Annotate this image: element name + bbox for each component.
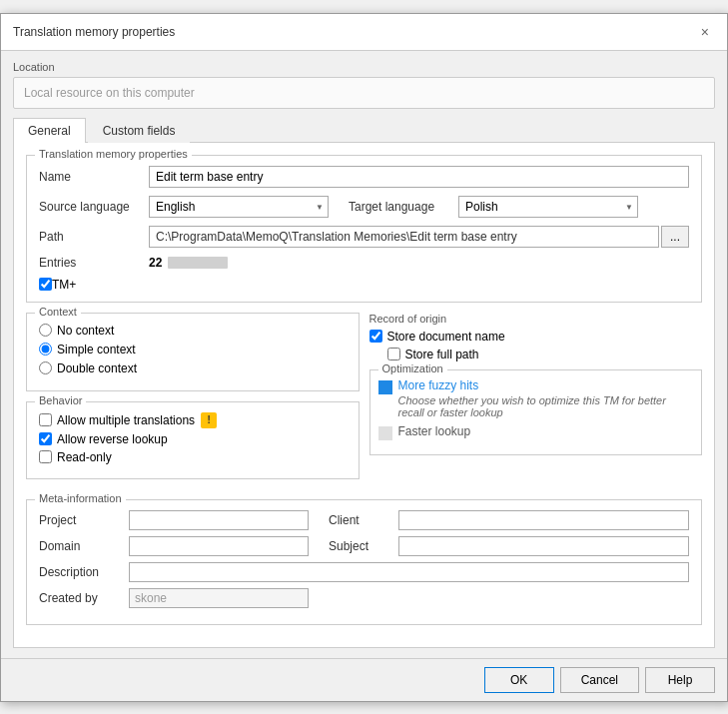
- dialog-footer: OK Cancel Help: [1, 658, 727, 701]
- description-row: Description: [39, 562, 689, 582]
- faster-lookup-label: Faster lookup: [398, 424, 471, 438]
- tab-general[interactable]: General: [13, 118, 86, 143]
- simple-context-row: Simple context: [39, 343, 347, 357]
- entries-row: Entries 22: [39, 256, 689, 270]
- created-by-input[interactable]: [129, 588, 309, 608]
- allow-multiple-label: Allow multiple translations: [57, 413, 195, 427]
- context-title: Context: [35, 306, 81, 318]
- optimization-section: Optimization More fuzzy hits Choose whet…: [369, 369, 703, 455]
- dialog-window: Translation memory properties × Location…: [0, 13, 728, 702]
- more-fuzzy-desc: Choose whether you wish to optimize this…: [398, 394, 694, 418]
- store-doc-row: Store document name: [369, 330, 703, 344]
- double-context-row: Double context: [39, 361, 347, 375]
- more-fuzzy-indicator: [378, 380, 392, 394]
- target-lang-select[interactable]: Polish: [458, 196, 638, 218]
- more-fuzzy-content: More fuzzy hits Choose whether you wish …: [398, 378, 694, 418]
- entries-label: Entries: [39, 256, 149, 270]
- no-context-row: No context: [39, 324, 347, 338]
- allow-multiple-row: Allow multiple translations !: [39, 412, 347, 428]
- double-context-radio[interactable]: [39, 361, 52, 374]
- cancel-button[interactable]: Cancel: [560, 667, 639, 693]
- store-full-checkbox[interactable]: [387, 348, 400, 360]
- project-label: Project: [39, 513, 129, 527]
- tm-properties-group: Translation memory properties Name Sourc…: [26, 155, 702, 303]
- path-input[interactable]: [149, 226, 659, 248]
- client-input[interactable]: [398, 510, 689, 530]
- domain-input[interactable]: [129, 536, 309, 556]
- tm-properties-title: Translation memory properties: [35, 148, 192, 160]
- two-col-section: Context No context Simple context Double…: [26, 313, 702, 489]
- ok-button[interactable]: OK: [484, 667, 554, 693]
- store-full-label: Store full path: [405, 348, 479, 361]
- allow-reverse-label: Allow reverse lookup: [57, 432, 168, 446]
- path-row: Path ...: [39, 226, 689, 248]
- optimization-title: Optimization: [378, 362, 447, 374]
- tm-plus-label: TM+: [52, 278, 76, 292]
- context-group: Context No context Simple context Double…: [26, 313, 360, 391]
- simple-context-radio[interactable]: [39, 343, 52, 356]
- subject-input[interactable]: [398, 536, 689, 556]
- meta-info-section: Meta-information Project Client Domain S…: [26, 499, 702, 625]
- read-only-label: Read-only: [57, 450, 112, 464]
- record-title: Record of origin: [369, 313, 703, 325]
- allow-reverse-row: Allow reverse lookup: [39, 432, 347, 446]
- source-lang-select[interactable]: English: [149, 196, 329, 218]
- meta-info-title: Meta-information: [35, 492, 126, 504]
- source-lang-label: Source language: [39, 200, 149, 214]
- store-doc-checkbox[interactable]: [369, 330, 382, 343]
- created-by-row: Created by: [39, 588, 689, 608]
- behavior-group: Behavior Allow multiple translations ! A…: [26, 401, 360, 479]
- entries-value: 22: [149, 256, 162, 270]
- name-label: Name: [39, 170, 149, 184]
- subject-label: Subject: [329, 539, 398, 553]
- source-lang-wrapper: English: [149, 196, 329, 218]
- domain-subject-row: Domain Subject: [39, 536, 689, 556]
- faster-lookup-indicator: [378, 426, 392, 440]
- left-column: Context No context Simple context Double…: [26, 313, 360, 489]
- client-label: Client: [329, 513, 398, 527]
- dialog-title: Translation memory properties: [13, 25, 175, 39]
- location-label: Location: [13, 61, 715, 73]
- created-by-label: Created by: [39, 591, 129, 605]
- close-button[interactable]: ×: [695, 22, 715, 42]
- tabs-container: General Custom fields: [13, 117, 715, 143]
- project-input[interactable]: [129, 510, 309, 530]
- project-client-row: Project Client: [39, 510, 689, 530]
- read-only-row: Read-only: [39, 450, 347, 464]
- no-context-radio[interactable]: [39, 324, 52, 337]
- faster-lookup-item: Faster lookup: [378, 424, 694, 440]
- right-column: Record of origin Store document name Sto…: [369, 313, 703, 489]
- description-input[interactable]: [129, 562, 689, 582]
- target-lang-label: Target language: [349, 200, 458, 214]
- dialog-body: Location Local resource on this computer…: [1, 51, 727, 658]
- store-full-row: Store full path: [387, 348, 703, 361]
- main-panel: Translation memory properties Name Sourc…: [13, 143, 715, 648]
- name-row: Name: [39, 166, 689, 188]
- name-input[interactable]: [149, 166, 689, 188]
- store-doc-label: Store document name: [387, 330, 505, 344]
- tm-plus-checkbox[interactable]: [39, 278, 52, 291]
- allow-multiple-checkbox[interactable]: [39, 413, 52, 426]
- path-label: Path: [39, 230, 149, 244]
- warning-icon: !: [201, 412, 217, 428]
- browse-button[interactable]: ...: [661, 226, 689, 248]
- help-button[interactable]: Help: [645, 667, 715, 693]
- no-context-label: No context: [57, 324, 114, 338]
- record-section: Record of origin Store document name Sto…: [369, 313, 703, 361]
- read-only-checkbox[interactable]: [39, 450, 52, 463]
- description-label: Description: [39, 565, 129, 579]
- title-bar: Translation memory properties ×: [1, 14, 727, 51]
- double-context-label: Double context: [57, 361, 137, 375]
- behavior-title: Behavior: [35, 394, 86, 406]
- location-value: Local resource on this computer: [24, 86, 195, 100]
- tab-custom-fields[interactable]: Custom fields: [88, 118, 191, 143]
- more-fuzzy-label: More fuzzy hits: [398, 378, 694, 392]
- location-box: Local resource on this computer: [13, 77, 715, 109]
- allow-reverse-checkbox[interactable]: [39, 432, 52, 445]
- domain-label: Domain: [39, 539, 129, 553]
- target-lang-wrapper: Polish: [458, 196, 638, 218]
- more-fuzzy-item: More fuzzy hits Choose whether you wish …: [378, 378, 694, 418]
- language-row: Source language English Target language …: [39, 196, 689, 218]
- simple-context-label: Simple context: [57, 343, 136, 357]
- tm-plus-row: TM+: [39, 278, 689, 292]
